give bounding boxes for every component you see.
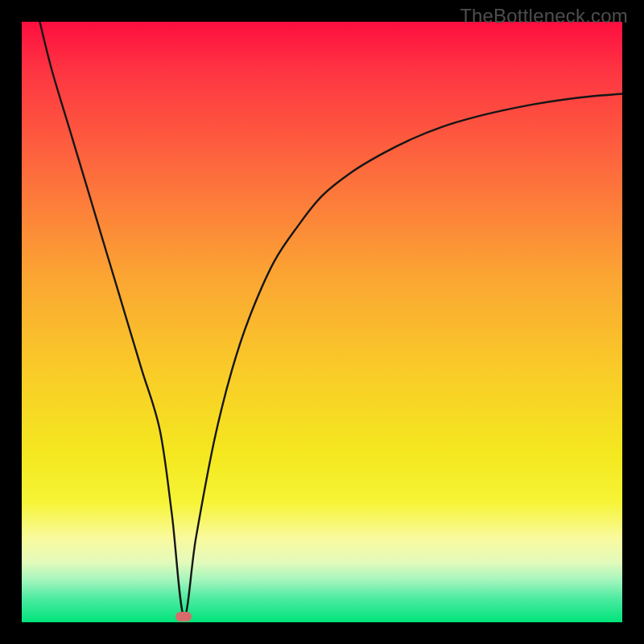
minimum-marker — [175, 612, 192, 621]
watermark-label: TheBottleneck.com — [460, 5, 628, 27]
bottleneck-curve — [22, 22, 622, 622]
chart-frame: TheBottleneck.com — [0, 0, 644, 644]
plot-area — [22, 22, 622, 622]
